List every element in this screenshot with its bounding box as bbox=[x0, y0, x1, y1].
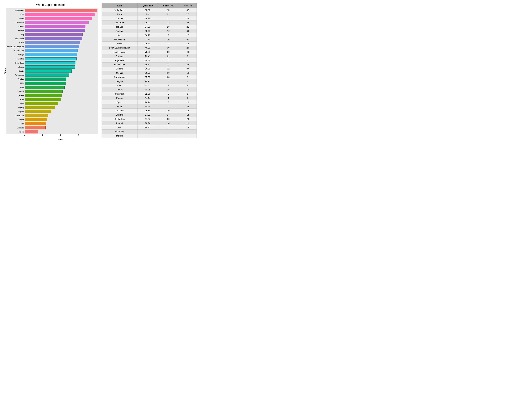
table-cell: 53.65 bbox=[138, 29, 158, 33]
bar-track bbox=[25, 61, 98, 65]
bar-track bbox=[25, 20, 98, 24]
table-header-cell: Team bbox=[102, 3, 138, 8]
table-cell bbox=[158, 134, 179, 138]
bar-label: Chile bbox=[6, 82, 25, 84]
table-row: Turkey19.741722 bbox=[102, 17, 197, 21]
table-row: Japan95.241144 bbox=[102, 104, 197, 109]
table-cell: 17 bbox=[179, 12, 197, 17]
bar-row: Peru bbox=[6, 12, 98, 16]
bar-row: Switzerland bbox=[6, 73, 98, 77]
table-cell: Netherlands bbox=[102, 8, 138, 12]
table-cell: 66.78 bbox=[138, 33, 158, 37]
x-tick-label: 4 bbox=[95, 134, 96, 136]
table-cell: Costa Rica bbox=[102, 117, 138, 121]
table-cell: 92.66 bbox=[138, 92, 158, 96]
chart-title: World Cup Snub Index bbox=[3, 3, 98, 7]
table-row: Bosnia & Herzegovina40.983029 bbox=[102, 46, 197, 50]
table-cell: 6 bbox=[179, 96, 197, 100]
table-cell: 22 bbox=[179, 17, 197, 21]
table-cell: 16 bbox=[158, 29, 179, 33]
table-cell: 95.58 bbox=[138, 109, 158, 113]
data-table: TeamQualProbSEBA_RkFIFA_rk Netherlands12… bbox=[102, 3, 197, 138]
bar-label: Wales bbox=[6, 42, 25, 44]
bar-track bbox=[25, 77, 98, 81]
bar bbox=[25, 90, 63, 93]
bar bbox=[25, 114, 48, 117]
bar-label: France bbox=[6, 94, 25, 96]
table-cell: 19 bbox=[158, 109, 179, 113]
bar-row: Chile bbox=[6, 81, 98, 85]
table-row: Costa Rica97.872920 bbox=[102, 117, 197, 121]
bar bbox=[25, 94, 62, 97]
table-cell: 27 bbox=[158, 63, 179, 67]
bar-track bbox=[25, 25, 98, 28]
bar-label: Japan bbox=[6, 103, 25, 104]
table-cell: 8.32 bbox=[138, 12, 158, 17]
table-row: Iran99.271328 bbox=[102, 125, 197, 130]
bar-track bbox=[25, 89, 98, 93]
bar-label: Germany bbox=[6, 127, 25, 129]
table-header: TeamQualProbSEBA_RkFIFA_rk bbox=[102, 3, 197, 8]
table-row: Cameroon18.022433 bbox=[102, 21, 197, 25]
bar-track bbox=[25, 114, 98, 118]
table-row: Ivory Coast69.112748 bbox=[102, 63, 197, 67]
table-cell: Cameroon bbox=[102, 21, 138, 25]
bar-track bbox=[25, 73, 98, 77]
bar bbox=[25, 9, 97, 12]
table-row: Ukraine16.283237 bbox=[102, 67, 197, 71]
bar-label: Iran bbox=[6, 123, 25, 125]
bar-track bbox=[25, 12, 98, 16]
bar-track bbox=[25, 81, 98, 85]
bar-label: Belgium bbox=[6, 78, 25, 80]
table-cell: Iran bbox=[102, 125, 138, 130]
bar-track bbox=[25, 122, 98, 126]
table-cell: 44 bbox=[179, 104, 197, 109]
bar bbox=[25, 69, 72, 73]
table-cell: Argentina bbox=[102, 58, 138, 63]
table-cell bbox=[158, 130, 179, 134]
table-row: South Korea72.882043 bbox=[102, 50, 197, 54]
x-tick-label: 1 bbox=[42, 134, 43, 136]
table-cell: Belgium bbox=[102, 79, 138, 84]
bar-row: Belgium bbox=[6, 77, 98, 81]
table-cell: 52.14 bbox=[138, 37, 158, 42]
table-row: Italy66.78912 bbox=[102, 33, 197, 37]
bar bbox=[25, 41, 80, 44]
table-cell: 69.11 bbox=[138, 63, 158, 67]
bar-track bbox=[25, 41, 98, 45]
x-tick-label: 3 bbox=[78, 134, 79, 136]
table-cell bbox=[179, 134, 197, 138]
bar-row: Spain bbox=[6, 97, 98, 101]
bar-row: Wales bbox=[6, 41, 98, 45]
table-cell: 95.24 bbox=[138, 104, 158, 109]
bar-row: Argentina bbox=[6, 57, 98, 61]
table-cell: Egypt bbox=[102, 88, 138, 92]
bar-row: Uzbekistan bbox=[6, 37, 98, 41]
bar bbox=[25, 118, 47, 121]
table-cell: Uzbekistan bbox=[102, 37, 138, 42]
bar-label: Turkey bbox=[6, 17, 25, 19]
table-row: Spain94.74310 bbox=[102, 100, 197, 104]
table-header-cell: SEBA_Rk bbox=[158, 3, 179, 8]
bar-label: Croatia bbox=[6, 70, 25, 72]
bar-row: Italy bbox=[6, 33, 98, 37]
table-cell: 24 bbox=[158, 21, 179, 25]
table-cell: 10 bbox=[158, 71, 179, 75]
table-row: England97.591414 bbox=[102, 113, 197, 117]
bar bbox=[25, 37, 82, 40]
table-cell: 60 bbox=[179, 37, 197, 42]
table-cell: Bosnia & Herzegovina bbox=[102, 46, 138, 50]
bar-label: Italy bbox=[6, 34, 25, 36]
bar bbox=[25, 106, 55, 109]
table-cell: 18 bbox=[179, 71, 197, 75]
table-cell: 11 bbox=[158, 104, 179, 109]
table-cell: 13 bbox=[179, 42, 197, 46]
bar-track bbox=[25, 37, 98, 40]
table-cell: 4 bbox=[158, 96, 179, 100]
bar bbox=[25, 53, 77, 56]
bar bbox=[25, 21, 88, 24]
bars-wrapper: NetherlandsPeruTurkeyCameroonIcelandSene… bbox=[6, 8, 98, 134]
table-cell: Japan bbox=[102, 104, 138, 109]
table-cell: Iceland bbox=[102, 25, 138, 29]
bar bbox=[25, 25, 86, 28]
